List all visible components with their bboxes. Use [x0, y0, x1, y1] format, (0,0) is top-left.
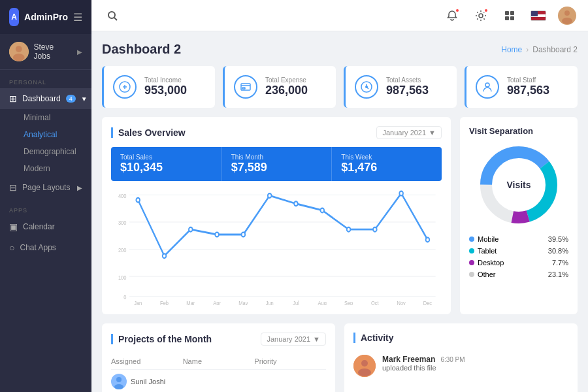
svg-point-51	[399, 191, 403, 196]
flag-icon[interactable]	[528, 5, 549, 26]
svg-rect-15	[242, 88, 245, 89]
svg-point-11	[564, 10, 570, 16]
breadcrumb-home[interactable]: Home	[501, 45, 522, 54]
visit-stat-desktop: Desktop 7.7%	[469, 259, 568, 267]
settings-icon[interactable]	[470, 5, 491, 26]
activity-desc: uploaded this file	[382, 364, 465, 372]
visit-title: Visit Separation	[469, 126, 568, 136]
sidebar-item-label: Chat Apps	[20, 243, 56, 252]
metric-label: This Week	[341, 154, 433, 161]
stat-value: 236,000	[265, 84, 308, 97]
activity-title: Activity	[353, 333, 394, 343]
sales-overview-card: Sales Overview January 2021 ▼ Total Sale…	[102, 117, 451, 314]
table-row: Sunil Joshi	[111, 370, 326, 392]
date-chevron-icon: ▼	[429, 129, 436, 137]
sidebar: A AdminPro ☰ Steve Jobs ▶ PERSONAL ⊞ Das…	[0, 0, 91, 392]
breadcrumb: Home › Dashboard 2	[501, 45, 578, 54]
page-header: Dashboard 2 Home › Dashboard 2	[102, 42, 578, 57]
stat-label: Total Expense	[265, 76, 308, 84]
dashboard-icon: ⊞	[9, 93, 17, 104]
search-button[interactable]	[102, 5, 123, 26]
svg-point-2	[13, 54, 25, 61]
svg-rect-6	[505, 11, 509, 15]
sidebar-header: A AdminPro ☰	[0, 0, 91, 34]
breadcrumb-current: Dashboard 2	[532, 45, 578, 54]
visit-separation-card: Visit Separation	[460, 117, 578, 314]
svg-point-46	[268, 193, 272, 198]
sidebar-sub-modern[interactable]: Modern	[0, 160, 91, 177]
svg-point-47	[294, 201, 298, 206]
svg-point-42	[163, 253, 167, 258]
svg-point-48	[320, 208, 324, 213]
stat-card-staff: Total Staff 987,563	[465, 66, 578, 108]
notification-bell-icon[interactable]	[442, 5, 463, 26]
svg-point-18	[485, 83, 489, 87]
donut-chart: Visits	[469, 142, 568, 227]
sidebar-item-label: Page Layouts	[22, 183, 70, 192]
sales-chart: 400 300 200 100 0 Jan Feb Mar Apr May Ju…	[111, 188, 442, 305]
logo-icon: A	[9, 8, 19, 26]
avatar	[9, 42, 29, 61]
svg-text:Nov: Nov	[397, 300, 406, 305]
settings-badge	[483, 8, 489, 13]
visit-stat-other: Other 23.1%	[469, 270, 568, 278]
sidebar-item-calendar[interactable]: ▣ Calendar	[0, 216, 91, 237]
svg-text:Apr: Apr	[213, 300, 221, 305]
stat-value: 987,563	[507, 84, 549, 97]
page-layouts-chevron-icon: ▶	[77, 184, 82, 191]
donut-label: Visits	[506, 180, 531, 190]
activity-item: Mark Freeman 6:30 PM uploaded this file	[353, 351, 568, 381]
projects-date-picker[interactable]: January 2021 ▼	[261, 333, 326, 346]
notification-badge	[455, 8, 460, 13]
svg-point-1	[16, 46, 22, 52]
metric-this-month: This Month $7,589	[221, 147, 332, 181]
activity-content: Mark Freeman 6:30 PM uploaded this file	[382, 355, 465, 372]
svg-point-59	[114, 384, 123, 389]
svg-point-49	[347, 227, 351, 232]
sales-card-header: Sales Overview January 2021 ▼	[111, 126, 442, 139]
metric-value: $1,476	[341, 161, 433, 174]
other-label: Other	[469, 270, 496, 278]
grid-icon[interactable]	[499, 5, 520, 26]
sales-date-picker[interactable]: January 2021 ▼	[376, 126, 442, 139]
activity-avatar	[353, 355, 376, 377]
tablet-pct: 30.8%	[548, 247, 568, 255]
svg-point-43	[189, 227, 193, 232]
svg-text:May: May	[238, 300, 248, 305]
stat-info-assets: Total Assets 987,563	[386, 76, 429, 97]
svg-point-3	[108, 12, 115, 18]
section-label-personal: PERSONAL	[0, 70, 91, 88]
svg-text:0: 0	[123, 294, 127, 301]
projects-date: January 2021	[267, 335, 310, 343]
stat-card-expense: Total Expense 236,000	[223, 66, 336, 108]
user-profile[interactable]: Steve Jobs ▶	[0, 34, 91, 70]
user-avatar-icon[interactable]	[557, 5, 578, 26]
sidebar-sub-demographical[interactable]: Demographical	[0, 143, 91, 160]
svg-point-62	[358, 368, 371, 376]
svg-point-12	[562, 18, 572, 24]
assets-icon	[355, 75, 378, 99]
mobile-label: Mobile	[469, 235, 498, 243]
sidebar-sub-analytical[interactable]: Analytical	[0, 126, 91, 143]
svg-text:Aug: Aug	[318, 300, 327, 305]
bottom-row: Projects of the Month January 2021 ▼ Ass…	[102, 323, 578, 392]
sales-title: Sales Overview	[111, 127, 186, 138]
hamburger-icon[interactable]: ☰	[73, 11, 82, 24]
sidebar-item-page-layouts[interactable]: ⊟ Page Layouts ▶	[0, 177, 91, 198]
metric-value: $7,589	[231, 161, 323, 174]
other-pct: 23.1%	[548, 270, 568, 278]
page-title: Dashboard 2	[102, 42, 181, 57]
assigned-cell: Sunil Joshi	[111, 374, 183, 389]
sidebar-sub-minimal[interactable]: Minimal	[0, 109, 91, 126]
visit-stat-tablet: Tablet 30.8%	[469, 247, 568, 255]
stat-value: 987,563	[386, 84, 429, 97]
desktop-label: Desktop	[469, 259, 504, 267]
sidebar-item-chat[interactable]: ○ Chat Apps	[0, 237, 91, 258]
stat-value: 953,000	[144, 84, 187, 97]
metric-this-week: This Week $1,476	[331, 147, 442, 181]
sidebar-item-dashboard[interactable]: ⊞ Dashboard 4 ▼	[0, 88, 91, 109]
svg-text:400: 400	[118, 193, 127, 199]
svg-point-61	[361, 360, 368, 367]
calendar-icon: ▣	[9, 221, 18, 232]
sales-date: January 2021	[382, 129, 426, 137]
